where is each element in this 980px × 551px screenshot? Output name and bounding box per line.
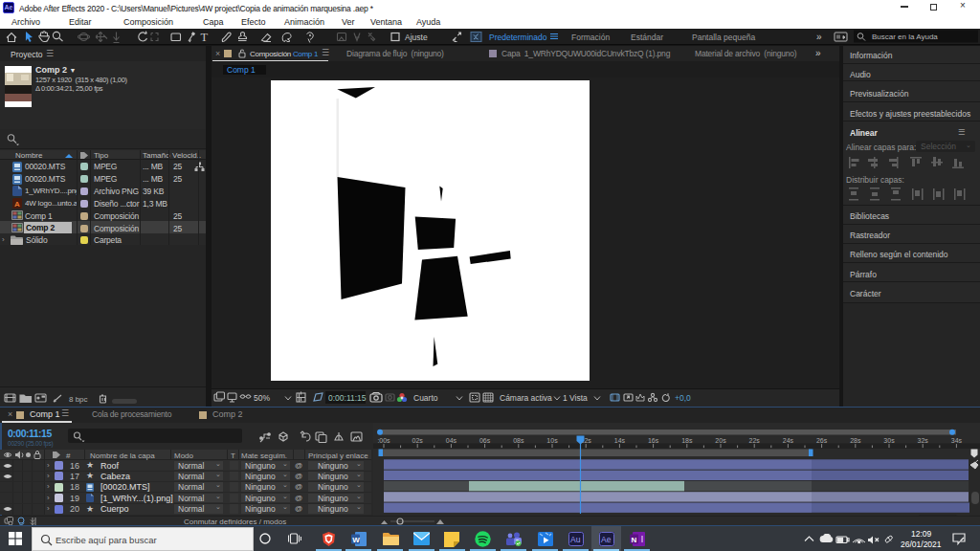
svg-text:28s: 28s (850, 437, 861, 444)
svg-text:22s: 22s (749, 437, 761, 444)
svg-text:Cámara activa: Cámara activa (500, 393, 552, 403)
svg-text:Predeterminado: Predeterminado (489, 33, 547, 42)
svg-text:24s: 24s (783, 437, 794, 444)
svg-text:18s: 18s (681, 437, 693, 444)
svg-text:»: » (816, 32, 822, 42)
svg-text:Estándar: Estándar (631, 33, 663, 42)
svg-text:20s: 20s (715, 437, 726, 444)
svg-text:Pantalla pequeña: Pantalla pequeña (692, 33, 755, 42)
svg-text:10s: 10s (546, 437, 558, 444)
svg-text:W: W (352, 536, 360, 544)
svg-text:1 Vista: 1 Vista (563, 393, 588, 403)
svg-text:02s: 02s (412, 437, 424, 444)
svg-text:#: # (66, 451, 71, 459)
svg-text:0:00:11:15: 0:00:11:15 (328, 393, 367, 403)
svg-text:16s: 16s (648, 437, 659, 444)
svg-text:30s: 30s (883, 437, 895, 444)
svg-text:Mate seguim.: Mate seguim. (241, 451, 287, 459)
svg-text:Ajuste: Ajuste (405, 33, 428, 42)
svg-text:26s: 26s (816, 437, 828, 444)
svg-text:Principal y enlace: Principal y enlace (308, 451, 368, 459)
svg-text::00s: :00s (377, 437, 390, 444)
svg-text:T: T (231, 451, 235, 459)
svg-text:Buscar en la Ayuda: Buscar en la Ayuda (872, 33, 938, 41)
svg-text:Nombre de la capa: Nombre de la capa (90, 451, 155, 459)
svg-text:A: A (14, 200, 20, 209)
svg-text:+0,0: +0,0 (675, 393, 691, 403)
svg-text:06s: 06s (479, 437, 491, 444)
svg-text:14s: 14s (614, 437, 626, 444)
svg-text:34s: 34s (951, 437, 963, 444)
svg-text:04s: 04s (446, 437, 457, 444)
svg-text:Ae: Ae (601, 535, 612, 544)
svg-text:Formación: Formación (571, 33, 610, 42)
svg-text:Modo: Modo (174, 451, 194, 459)
svg-text:Cuarto: Cuarto (413, 393, 438, 403)
svg-text:N: N (632, 536, 637, 544)
svg-text:Au: Au (570, 535, 581, 544)
svg-text:32s: 32s (918, 437, 929, 444)
svg-text:50%: 50% (254, 393, 270, 403)
svg-text:T: T (201, 31, 209, 44)
svg-text:8 bpc: 8 bpc (69, 395, 88, 404)
svg-text:08s: 08s (513, 437, 524, 444)
